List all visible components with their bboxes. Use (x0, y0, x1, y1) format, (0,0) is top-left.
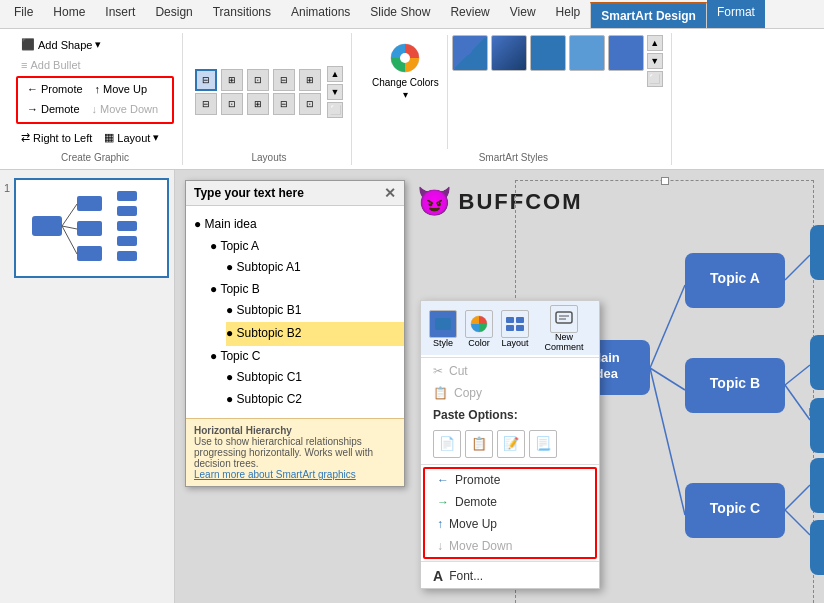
buffcom-devil-icon: 😈 (417, 185, 453, 218)
style-item-3[interactable] (530, 35, 566, 71)
tab-insert[interactable]: Insert (95, 0, 145, 28)
context-paste-header: Paste Options: (421, 404, 599, 426)
layout-item-7[interactable]: ⊡ (221, 93, 243, 115)
tab-slideshow[interactable]: Slide Show (360, 0, 440, 28)
tab-transitions[interactable]: Transitions (203, 0, 281, 28)
tab-design[interactable]: Design (145, 0, 202, 28)
layout-icon: ▦ (104, 131, 114, 144)
paste-icon-1[interactable]: 📄 (433, 430, 461, 458)
svg-rect-31 (810, 225, 824, 280)
copy-label: Copy (454, 386, 482, 400)
tab-view[interactable]: View (500, 0, 546, 28)
context-color-icon[interactable] (465, 310, 493, 338)
tab-smartart-design[interactable]: SmartArt Design (590, 2, 707, 28)
tab-help[interactable]: Help (546, 0, 591, 28)
scroll-up-button[interactable]: ▲ (327, 66, 343, 82)
context-font-label: Font... (449, 569, 483, 583)
context-demote-item[interactable]: Demote (425, 491, 595, 513)
svg-rect-7 (117, 206, 137, 216)
layout-button[interactable]: ▦ Layout ▾ (99, 128, 164, 147)
layout-item-8[interactable]: ⊞ (247, 93, 269, 115)
context-promote-item[interactable]: Promote (425, 469, 595, 491)
layouts-group: ⊟ ⊞ ⊡ ⊟ ⊞ ⊟ ⊡ ⊞ ⊟ ⊡ ▲ ▼ ⬜ Lay (187, 33, 352, 165)
style-scroll-up[interactable]: ▲ (647, 35, 663, 51)
change-colors-label: Change Colors ▾ (372, 77, 439, 101)
svg-line-26 (785, 255, 810, 280)
slide-thumbnail[interactable] (14, 178, 169, 278)
layout-item-2[interactable]: ⊞ (221, 69, 243, 91)
svg-rect-34 (810, 335, 824, 390)
context-moveup-item[interactable]: Move Up (425, 513, 595, 535)
add-bullet-button[interactable]: ≡ Add Bullet (16, 56, 86, 74)
context-cut-item: ✂ Cut (421, 360, 599, 382)
svg-rect-4 (77, 221, 102, 236)
tab-file[interactable]: File (4, 0, 43, 28)
style-item-2[interactable] (491, 35, 527, 71)
cut-icon: ✂ (433, 364, 443, 378)
subtopic-b2-text: Subtopic B2 (237, 326, 302, 340)
text-pane-item-topicb: ● Topic B (210, 279, 396, 301)
move-down-button[interactable]: Move Down (87, 100, 164, 118)
tab-review[interactable]: Review (440, 0, 499, 28)
promote-icon (27, 83, 38, 95)
style-item-5[interactable] (608, 35, 644, 71)
style-scroll-expand[interactable]: ⬜ (647, 71, 663, 87)
text-pane-close-button[interactable]: ✕ (384, 185, 396, 201)
layout-icon-col: Layout (501, 310, 529, 348)
footer-link[interactable]: Learn more about SmartArt graphics (194, 469, 356, 480)
change-colors-button[interactable]: Change Colors ▾ (364, 35, 448, 149)
promote-demote-container: Promote Move Up Demote Move Down (16, 76, 174, 124)
svg-rect-10 (117, 251, 137, 261)
right-to-left-button[interactable]: ⇄ Right to Left (16, 128, 97, 147)
style-scroll-down[interactable]: ▼ (647, 53, 663, 69)
scroll-down-button[interactable]: ▼ (327, 84, 343, 100)
tab-animations[interactable]: Animations (281, 0, 360, 28)
context-moveup-icon (437, 517, 443, 531)
add-shape-icon: ⬛ (21, 38, 35, 51)
context-movedown-icon (437, 539, 443, 553)
move-up-button[interactable]: Move Up (90, 80, 153, 98)
layout-item-1[interactable]: ⊟ (195, 69, 217, 91)
context-style-icon[interactable] (429, 310, 457, 338)
paste-icon-4[interactable]: 📃 (529, 430, 557, 458)
scroll-expand-button[interactable]: ⬜ (327, 102, 343, 118)
context-section-header: Style Color (421, 301, 599, 355)
demote-button[interactable]: Demote (22, 100, 85, 118)
add-shape-button[interactable]: ⬛ Add Shape ▾ (16, 35, 106, 54)
tab-home[interactable]: Home (43, 0, 95, 28)
svg-text:Topic A: Topic A (710, 270, 760, 286)
style-item-4[interactable] (569, 35, 605, 71)
divider-1 (421, 357, 599, 358)
layout-item-3[interactable]: ⊡ (247, 69, 269, 91)
paste-icon-2[interactable]: 📋 (465, 430, 493, 458)
footer-title: Horizontal Hierarchy (194, 425, 292, 436)
layout-item-9[interactable]: ⊟ (273, 93, 295, 115)
context-layout-icon[interactable] (501, 310, 529, 338)
handle-top[interactable] (661, 177, 669, 185)
layout-item-10[interactable]: ⊡ (299, 93, 321, 115)
promote-button[interactable]: Promote (22, 80, 88, 98)
context-movedown-label: Move Down (449, 539, 512, 553)
slide-thumb-row: 1 (4, 178, 170, 278)
smartart-styles-label: SmartArt Styles (356, 152, 671, 163)
add-bullet-label: Add Bullet (30, 59, 80, 71)
main-area: 1 (0, 170, 824, 603)
layout-item-4[interactable]: ⊟ (273, 69, 295, 91)
svg-line-12 (62, 226, 77, 229)
paste-options-label: Paste Options: (433, 408, 518, 422)
layout-item-5[interactable]: ⊞ (299, 69, 321, 91)
layout-item-6[interactable]: ⊟ (195, 93, 217, 115)
svg-text:Topic B: Topic B (710, 375, 760, 391)
layout-scroll: ▲ ▼ ⬜ (327, 66, 343, 118)
style-item-1[interactable] (452, 35, 488, 71)
context-new-comment-icon[interactable] (550, 305, 578, 333)
context-font-item[interactable]: A Font... (421, 564, 599, 588)
tab-format[interactable]: Format (707, 0, 765, 28)
paste-icon-3[interactable]: 📝 (497, 430, 525, 458)
context-movedown-item[interactable]: Move Down (425, 535, 595, 557)
text-pane-item-subtopicс2: ● Subtopic C2 (226, 389, 396, 411)
palette-icon (386, 39, 424, 77)
text-pane-header: Type your text here ✕ (186, 181, 404, 206)
subtopic-b1-text: Subtopic B1 (237, 303, 302, 317)
topic-c-text: Topic C (220, 349, 260, 363)
